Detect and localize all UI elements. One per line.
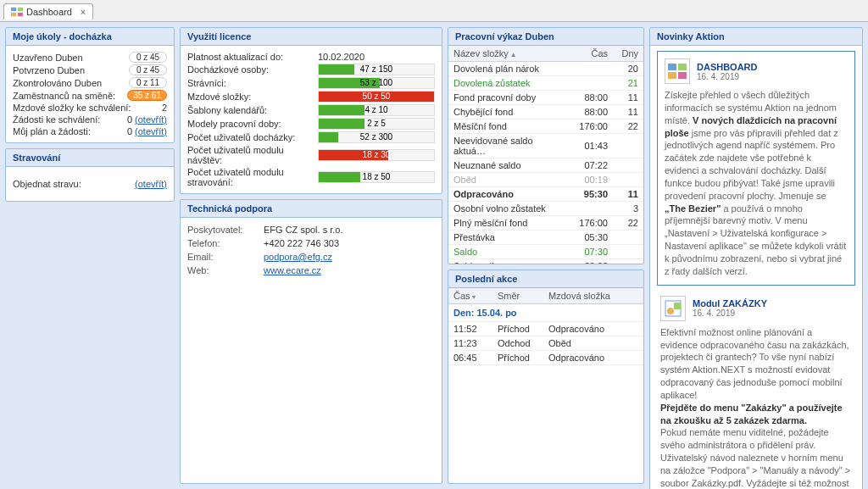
main-content: Moje úkoly - docházka Uzavřeno Duben 0 z…	[0, 22, 868, 489]
license-label: Strávníci:	[187, 78, 314, 88]
worklog-days: 22	[613, 216, 643, 231]
worklog-days	[613, 259, 643, 264]
zadosti-open-link[interactable]: (otevřít)	[135, 114, 167, 125]
license-bar-text: 18 z 50	[319, 172, 434, 182]
support-row: Web:www.ecare.cz	[187, 264, 435, 277]
worklog-name: Oběd	[448, 173, 570, 187]
action-row[interactable]: 11:52 Příchod Odpracováno	[448, 322, 643, 336]
worklog-row[interactable]: Saldo 07:30	[448, 245, 643, 259]
news-item-dashboard: DASHBOARD 16. 4. 2019 Získejte přehled o…	[657, 51, 855, 286]
news-header: Novinky Aktion	[650, 28, 862, 46]
license-bar: 53 z 100	[318, 77, 435, 89]
tab-close-icon[interactable]: ×	[81, 7, 86, 17]
worklog-row[interactable]: Dovolená zůstatek 21	[448, 76, 643, 91]
worklog-th-name[interactable]: Název složky▲	[448, 46, 570, 62]
actions-th-comp[interactable]: Mzdová složka	[543, 288, 643, 304]
license-label: Docházkové osoby:	[187, 64, 314, 75]
license-header: Využití licence	[181, 28, 442, 46]
task-label: Potvrzeno Duben	[13, 65, 129, 75]
action-time: 11:23	[448, 336, 492, 351]
action-row[interactable]: 06:45 Příchod Odpracováno	[448, 351, 643, 365]
news-item-zakazky: Modul ZAKÁZKY 16. 4. 2019 Efektivní možn…	[657, 292, 855, 489]
action-time: 06:45	[448, 351, 492, 365]
worklog-days: 11	[613, 105, 643, 119]
tab-dashboard[interactable]: Dashboard ×	[3, 3, 93, 19]
worklog-days: 20	[613, 62, 643, 76]
license-bar-text: 2 z 5	[319, 119, 434, 129]
license-row: Šablony kalendářů: 4 z 10	[187, 103, 435, 117]
worklog-days	[613, 158, 643, 173]
support-link[interactable]: podpora@efg.cz	[264, 252, 332, 262]
support-value: EFG CZ spol. s r.o.	[264, 225, 343, 235]
license-label: Počet uživatelů modulu stravování:	[187, 167, 314, 187]
worklog-row[interactable]: Dovolená plán nárok 20	[448, 62, 643, 76]
action-row[interactable]: 11:23 Odchod Oběd	[448, 336, 643, 351]
worklog-days: 22	[613, 119, 643, 134]
support-panel: Technická podpora Poskytovatel:EFG CZ sp…	[180, 199, 442, 484]
task-badge: 35 z 61	[127, 90, 167, 101]
worklog-row[interactable]: Osobní volno zůstatek 3	[448, 202, 643, 216]
support-row: Email:podpora@efg.cz	[187, 250, 435, 264]
support-row: Telefon:+420 222 746 303	[187, 236, 435, 250]
task-row: Uzavřeno Duben 0 z 45	[13, 51, 167, 64]
worklog-panel: Pracovní výkaz Duben Název složky▲ Čas D…	[448, 27, 644, 264]
svg-rect-10	[674, 303, 681, 309]
worklog-row[interactable]: Neevidované saldo aktuá… 01:43	[448, 134, 643, 158]
license-bar-text: 18 z 30	[319, 150, 434, 160]
worklog-name: Odpracováno	[448, 187, 570, 202]
worklog-row[interactable]: Přestávka 05:30	[448, 231, 643, 245]
tab-bar: Dashboard ×	[0, 0, 868, 22]
worklog-th-days[interactable]: Dny	[613, 46, 643, 62]
license-row: Mzdové složky: 50 z 50	[187, 90, 435, 103]
worklog-row[interactable]: Chybějící fond 88:00 11	[448, 105, 643, 119]
worklog-row[interactable]: Měsíční fond 176:00 22	[448, 119, 643, 134]
worklog-time: 95:30	[570, 187, 613, 202]
plan-value: 0	[127, 126, 132, 136]
worklog-name: Dovolená plán nárok	[448, 62, 570, 76]
worklog-time	[570, 62, 613, 76]
license-label: Mzdové složky:	[187, 92, 314, 102]
license-date-value: 10.02.2020	[318, 52, 364, 62]
support-link[interactable]: www.ecare.cz	[264, 265, 321, 275]
license-label: Počet uživatelů docházky:	[187, 132, 314, 142]
support-header: Technická podpora	[181, 200, 442, 218]
sort-desc-icon: ▾	[472, 293, 476, 301]
worklog-th-time[interactable]: Čas	[570, 46, 613, 62]
worklog-name: Měsíční fond	[448, 119, 570, 134]
worklog-row[interactable]: Plný měsíční fond 176:00 22	[448, 216, 643, 231]
actions-th-time[interactable]: Čas▾	[448, 288, 492, 304]
license-bar-text: 52 z 300	[319, 132, 434, 142]
worklog-row[interactable]: Oběd 00:19	[448, 173, 643, 187]
worklog-row[interactable]: Neuznané saldo 07:22	[448, 158, 643, 173]
zakazky-news-icon	[660, 296, 686, 321]
support-label: Web:	[187, 265, 264, 275]
license-label: Modely pracovní doby:	[187, 119, 314, 129]
plan-open-link[interactable]: (otevřít)	[135, 126, 167, 136]
license-row: Strávníci: 53 z 100	[187, 76, 435, 90]
worklog-time	[570, 202, 613, 216]
license-row: Docházkové osoby: 47 z 150	[187, 63, 435, 76]
tasks-panel: Moje úkoly - docházka Uzavřeno Duben 0 z…	[5, 27, 175, 143]
license-bar-text: 50 z 50	[319, 92, 434, 102]
license-panel: Využití licence Platnost aktualizací do:…	[180, 27, 442, 194]
worklog-name: Chybějící fond	[448, 105, 570, 119]
task-badge: 0 z 11	[129, 77, 167, 88]
support-row: Poskytovatel:EFG CZ spol. s r.o.	[187, 223, 435, 236]
license-bar: 52 z 300	[318, 131, 435, 143]
actions-th-dir[interactable]: Směr	[492, 288, 543, 304]
svg-rect-4	[668, 64, 676, 70]
license-bar-text: 47 z 150	[319, 64, 434, 75]
support-value: +420 222 746 303	[264, 238, 339, 248]
worklog-time: 01:43	[570, 134, 613, 158]
license-bar: 18 z 30	[318, 149, 435, 161]
worklog-row[interactable]: Saldo celkem 38:00	[448, 259, 643, 264]
worklog-row[interactable]: Odpracováno 95:30 11	[448, 187, 643, 202]
action-dir: Příchod	[492, 322, 543, 336]
dashboard-news-icon	[665, 58, 690, 84]
worklog-row[interactable]: Fond pracovní doby 88:00 11	[448, 91, 643, 105]
task-badge: 0 z 45	[129, 64, 167, 75]
food-open-link[interactable]: (otevřít)	[135, 179, 167, 189]
worklog-days	[613, 173, 643, 187]
actions-day-header: Den: 15.04. po	[448, 304, 643, 322]
worklog-header: Pracovní výkaz Duben	[448, 28, 643, 46]
